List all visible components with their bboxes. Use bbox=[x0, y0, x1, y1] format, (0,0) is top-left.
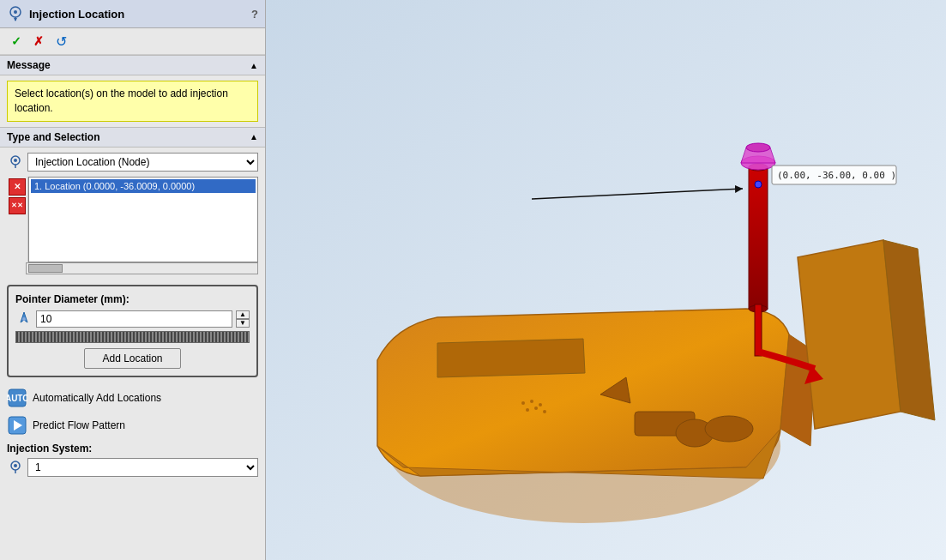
scene-svg: (0.00, -36.00, 0.00 ) bbox=[266, 0, 946, 560]
panel-title: Injection Location bbox=[29, 8, 124, 21]
coord-label-group: (0.00, -36.00, 0.00 ) bbox=[772, 166, 896, 184]
pd-input-container bbox=[36, 310, 232, 328]
auto-add-row: AUTO Automatically Add Locations bbox=[0, 384, 265, 412]
predict-row: Predict Flow Pattern bbox=[0, 412, 265, 439]
predict-icon bbox=[7, 415, 27, 436]
injection-system-row: 1 2 3 bbox=[7, 458, 258, 477]
pd-spinner-up[interactable]: ▲ bbox=[236, 310, 250, 319]
svg-point-22 bbox=[530, 400, 533, 403]
svg-point-5 bbox=[14, 159, 17, 162]
svg-point-20 bbox=[705, 416, 753, 442]
type-selection-chevron: ▲ bbox=[250, 132, 258, 142]
svg-point-32 bbox=[746, 143, 770, 152]
confirm-button[interactable]: ✓ bbox=[7, 32, 26, 51]
location-item[interactable]: 1. Location (0.0000, -36.0009, 0.0000) bbox=[31, 179, 256, 193]
viewport: (0.00, -36.00, 0.00 ) bbox=[266, 0, 946, 560]
panel-header: Injection Location ? bbox=[0, 0, 265, 28]
svg-point-24 bbox=[526, 408, 529, 412]
pointer-diameter-input-row: ▲ ▼ bbox=[15, 310, 250, 328]
scrollbar-thumb bbox=[28, 264, 63, 273]
svg-point-1 bbox=[14, 10, 17, 14]
auto-add-label[interactable]: Automatically Add Locations bbox=[33, 392, 161, 404]
panel-header-left: Injection Location bbox=[7, 5, 124, 22]
cancel-button[interactable]: ✗ bbox=[29, 32, 48, 51]
panel-header-icon bbox=[7, 5, 24, 22]
svg-point-21 bbox=[521, 401, 525, 405]
svg-text:AUTO: AUTO bbox=[7, 394, 27, 403]
message-text: Select location(s) on the model to add i… bbox=[15, 87, 228, 114]
svg-point-26 bbox=[543, 410, 546, 413]
injection-system: Injection System: 1 2 3 bbox=[0, 439, 265, 484]
coord-label: (0.00, -36.00, 0.00 ) bbox=[777, 170, 896, 181]
type-dropdown[interactable]: Injection Location (Node) bbox=[27, 153, 258, 172]
svg-point-25 bbox=[534, 406, 538, 410]
message-chevron: ▲ bbox=[250, 61, 258, 70]
svg-point-8 bbox=[22, 317, 26, 321]
pointer-diameter-slider[interactable] bbox=[15, 331, 250, 343]
injection-system-label: Injection System: bbox=[7, 443, 258, 455]
type-icon bbox=[7, 154, 24, 171]
reset-button[interactable]: ↺ bbox=[51, 32, 70, 51]
auto-add-icon: AUTO bbox=[7, 388, 27, 408]
svg-rect-27 bbox=[749, 167, 768, 309]
svg-point-14 bbox=[14, 464, 17, 467]
injection-system-icon bbox=[7, 459, 24, 476]
list-buttons: ✕ ✕✕ bbox=[7, 177, 28, 262]
help-button[interactable]: ? bbox=[251, 8, 258, 21]
delete-all-button[interactable]: ✕✕ bbox=[9, 197, 26, 214]
injection-system-dropdown[interactable]: 1 2 3 bbox=[27, 458, 258, 477]
type-selection-title: Type and Selection bbox=[7, 131, 99, 143]
message-section-title: Message bbox=[7, 59, 51, 71]
toolbar: ✓ ✗ ↺ bbox=[0, 28, 265, 55]
add-location-button[interactable]: Add Location bbox=[84, 348, 180, 369]
type-selection-header[interactable]: Type and Selection ▲ bbox=[0, 127, 265, 148]
svg-point-23 bbox=[539, 403, 542, 406]
type-selection-area: Injection Location (Node) bbox=[0, 148, 265, 177]
pd-spinner: ▲ ▼ bbox=[236, 310, 250, 328]
pointer-diameter-label: Pointer Diameter (mm): bbox=[15, 293, 250, 305]
location-list-container: ✕ ✕✕ 1. Location (0.0000, -36.0009, 0.00… bbox=[7, 177, 258, 262]
svg-rect-30 bbox=[755, 304, 762, 356]
pd-spinner-down[interactable]: ▼ bbox=[236, 319, 250, 328]
predict-label[interactable]: Predict Flow Pattern bbox=[33, 419, 125, 431]
left-panel: Injection Location ? ✓ ✗ ↺ Message ▲ Sel… bbox=[0, 0, 266, 560]
h-scrollbar[interactable] bbox=[26, 262, 258, 274]
message-box: Select location(s) on the model to add i… bbox=[7, 81, 258, 122]
delete-location-button[interactable]: ✕ bbox=[9, 178, 26, 196]
type-dropdown-row: Injection Location (Node) bbox=[7, 153, 258, 172]
plastic-part-right bbox=[798, 240, 935, 429]
message-section-header[interactable]: Message ▲ bbox=[0, 55, 265, 75]
location-list: 1. Location (0.0000, -36.0009, 0.0000) bbox=[28, 177, 258, 262]
svg-marker-3 bbox=[14, 18, 17, 21]
pointer-diameter-input[interactable] bbox=[36, 310, 232, 328]
pointer-diameter-section: Pointer Diameter (mm): ▲ ▼ Add Location bbox=[7, 285, 258, 377]
pointer-icon bbox=[15, 310, 33, 328]
injection-point bbox=[755, 181, 762, 188]
